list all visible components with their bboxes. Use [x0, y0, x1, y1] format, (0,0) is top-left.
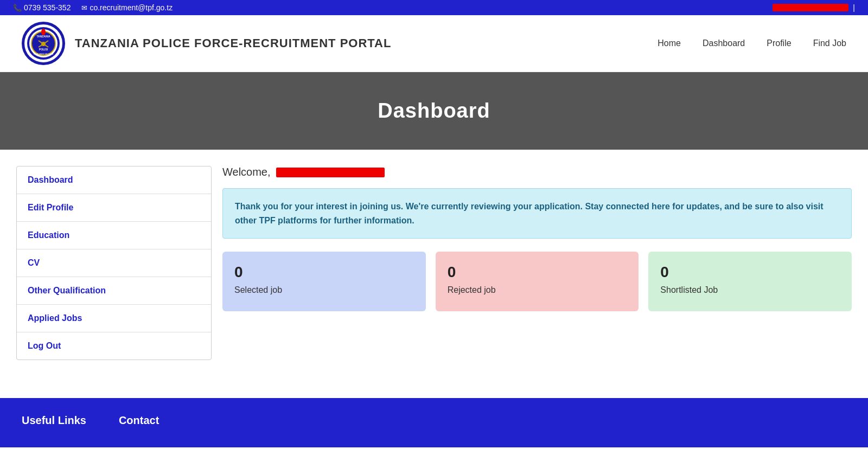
username-redacted: [773, 4, 848, 11]
footer-grid: Useful Links Contact: [22, 414, 846, 431]
sidebar-item-cv[interactable]: CV: [17, 249, 211, 277]
stat-rejected-label: Rejected job: [448, 285, 627, 295]
dashboard-content: Welcome, Thank you for your interest in …: [222, 166, 852, 360]
nav-dashboard[interactable]: Dashboard: [703, 39, 745, 48]
stat-card-selected: 0 Selected job: [222, 252, 426, 311]
stat-shortlisted-label: Shortlisted Job: [660, 285, 840, 295]
pipe-separator: |: [853, 3, 855, 12]
header-left: TANZANIA POLISI USALAMA WA RAIA TANZANIA…: [22, 22, 391, 65]
dashboard-banner: Dashboard: [0, 72, 868, 150]
sidebar-item-other-qualification[interactable]: Other Qualification: [17, 277, 211, 305]
dashboard-title: Dashboard: [11, 99, 857, 123]
welcome-name-redacted: [276, 168, 385, 177]
stat-card-rejected: 0 Rejected job: [436, 252, 639, 311]
site-title: TANZANIA POLICE FORCE-RECRUITMENT PORTAL: [75, 36, 391, 50]
nav-profile[interactable]: Profile: [767, 39, 791, 48]
stat-selected-label: Selected job: [234, 285, 414, 295]
stat-selected-count: 0: [234, 264, 414, 281]
svg-point-9: [41, 42, 46, 46]
sidebar-item-edit-profile[interactable]: Edit Profile: [17, 194, 211, 222]
footer-contact: Contact: [119, 414, 159, 431]
nav-find-job[interactable]: Find Job: [813, 39, 846, 48]
info-message: Thank you for your interest in joining u…: [235, 202, 824, 225]
logo-svg: TANZANIA POLISI USALAMA WA RAIA: [27, 27, 60, 60]
footer: Useful Links Contact: [0, 398, 868, 447]
svg-text:TANZANIA: TANZANIA: [36, 35, 50, 38]
header: TANZANIA POLISI USALAMA WA RAIA TANZANIA…: [0, 15, 868, 72]
stats-row: 0 Selected job 0 Rejected job 0 Shortlis…: [222, 252, 852, 311]
welcome-row: Welcome,: [222, 166, 852, 178]
footer-useful-links-title: Useful Links: [22, 414, 86, 427]
phone-label: 0739 535-352: [13, 3, 71, 12]
info-box: Thank you for your interest in joining u…: [222, 188, 852, 239]
nav-home[interactable]: Home: [658, 39, 681, 48]
sidebar-item-education[interactable]: Education: [17, 222, 211, 249]
logo: TANZANIA POLISI USALAMA WA RAIA: [22, 22, 65, 65]
main-nav: Home Dashboard Profile Find Job: [658, 39, 846, 48]
logo-inner: TANZANIA POLISI USALAMA WA RAIA: [24, 24, 62, 62]
main-content: Dashboard Edit Profile Education CV Othe…: [0, 150, 868, 376]
stat-shortlisted-count: 0: [660, 264, 840, 281]
top-bar: 0739 535-352 co.recruitment@tpf.go.tz |: [0, 0, 868, 15]
email-icon: [81, 3, 90, 12]
svg-text:POLISI: POLISI: [39, 48, 48, 51]
sidebar-item-dashboard[interactable]: Dashboard: [17, 166, 211, 194]
top-bar-right: |: [773, 3, 855, 12]
svg-text:USALAMA WA RAIA: USALAMA WA RAIA: [34, 53, 54, 55]
sidebar-item-applied-jobs[interactable]: Applied Jobs: [17, 305, 211, 332]
sidebar-item-logout[interactable]: Log Out: [17, 332, 211, 360]
sidebar: Dashboard Edit Profile Education CV Othe…: [16, 166, 212, 360]
welcome-prefix: Welcome,: [222, 166, 271, 178]
footer-contact-title: Contact: [119, 414, 159, 427]
phone-icon: [13, 3, 24, 12]
stat-card-shortlisted: 0 Shortlisted Job: [648, 252, 852, 311]
top-bar-left: 0739 535-352 co.recruitment@tpf.go.tz: [13, 3, 173, 12]
stat-rejected-count: 0: [448, 264, 627, 281]
email-label: co.recruitment@tpf.go.tz: [81, 3, 173, 12]
footer-useful-links: Useful Links: [22, 414, 86, 431]
